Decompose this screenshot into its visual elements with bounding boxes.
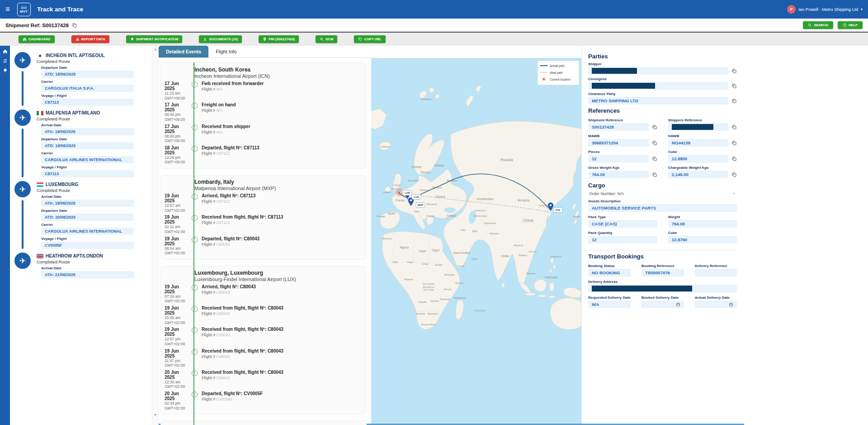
world-map[interactable]: SvalbardRussiaNorwaySwedenFinlandIceland…: [371, 58, 581, 425]
search-button[interactable]: SEARCH: [803, 21, 833, 29]
legend-actual-path: Actual path: [550, 64, 565, 68]
map-label-ireland: Ireland: [383, 191, 391, 194]
toolbar-button-dashboard[interactable]: DASHBOARD: [19, 35, 55, 43]
check-circle-icon: ✓: [192, 285, 198, 291]
map-label-iran: Iran: [472, 229, 477, 233]
timeline-line: [193, 62, 194, 425]
event-group-header: Incheon, South KoreaIncheon Internationa…: [194, 67, 362, 79]
toolbar-button-documents-10[interactable]: DOCUMENTS (10): [199, 35, 242, 43]
copy-icon[interactable]: [652, 124, 657, 130]
copy-icon[interactable]: [731, 172, 737, 177]
redacted-value: [592, 83, 655, 89]
map-label-oman: Oman: [471, 258, 477, 260]
event-date: 19 Jun 202511:47 pmGMT+02:00: [165, 349, 189, 368]
map-label-niger: Niger: [407, 261, 414, 263]
user-name: Ian Powell - Metro Shipping Ltd: [798, 7, 858, 12]
route-field-value: CARGOLUX ITALIA S.P.A.: [41, 85, 134, 92]
map-label-madagascar: Madagascar: [453, 296, 466, 299]
copy-icon[interactable]: [731, 140, 737, 146]
event-text: Received from flight, flight Nº: C80043F…: [200, 306, 362, 316]
event-text: Departed, flight Nº: C87113Flight # C871…: [200, 145, 362, 156]
map-chip-lux: LUX: [412, 195, 421, 200]
toolbar-button-copy-url[interactable]: COPY URL: [354, 35, 386, 43]
map-label-botswana: Botswana: [428, 312, 438, 315]
section-heading-parties: Parties: [588, 53, 737, 60]
scroll-up-icon[interactable]: ▲: [154, 48, 157, 51]
event-check: ✓: [189, 145, 200, 152]
chevron-up-icon[interactable]: [731, 191, 736, 196]
field-label: Actual Delivery Date: [695, 296, 737, 300]
flight-label: Flight #: [202, 108, 215, 113]
field-actual-delivery-date: Actual Delivery Date: [695, 293, 737, 308]
field-value: NI144139: [668, 139, 729, 147]
map-label-thailand: Thailand: [518, 254, 527, 257]
redacted-value: [592, 286, 692, 291]
route-segment-body: MALPENSA APT/MILANOCompleted RouteArriva…: [33, 110, 152, 177]
check-circle-icon: ✓: [192, 194, 198, 200]
field-value: 35685371204: [588, 139, 649, 147]
event-title: Departed, flight Nº: CV0005F: [202, 391, 362, 396]
help-icon: ?: [843, 23, 847, 27]
tab-flight-info[interactable]: Flight Info: [208, 46, 244, 57]
route-scrollbar[interactable]: ▲ ▼: [152, 46, 159, 425]
copy-icon[interactable]: [731, 83, 737, 89]
check-circle-icon: ✓: [192, 392, 198, 397]
calendar-icon[interactable]: [729, 302, 733, 307]
route-field-label: Carrier: [41, 223, 152, 227]
copy-icon[interactable]: [731, 68, 737, 74]
copy-icon[interactable]: [731, 124, 737, 130]
map-label-south-africa: South Africa: [421, 323, 436, 326]
field-label: Booking Reference: [642, 264, 684, 268]
toolbar-button-dcm[interactable]: DCM: [316, 35, 337, 43]
map-label-kazakhstan: Kazakhstan: [477, 197, 494, 201]
field-label: Shipper: [588, 62, 737, 66]
copy-icon[interactable]: [731, 156, 737, 162]
toolbar-button-label: PIN (S00137428): [269, 37, 295, 41]
tab-detailed-events[interactable]: Detailed Events: [159, 46, 208, 57]
calendar-icon[interactable]: [676, 302, 680, 307]
map-label-zambia: Zambia: [431, 300, 439, 302]
home-icon[interactable]: [3, 49, 8, 54]
event-title: Fwb received from forwarder: [202, 81, 362, 86]
map-label-philippines: Philippines: [551, 255, 562, 258]
copy-icon[interactable]: [652, 172, 657, 177]
field-label: Cube: [668, 231, 737, 235]
event-title: Arrived, flight Nº: C87113: [202, 193, 362, 198]
shipment-ref-bar: Shipment Ref: S00137428 SEARCH ?HELP: [0, 19, 868, 33]
sync-icon[interactable]: [3, 58, 8, 63]
route-segment-luxembourg: ✈LUXEMBOURGCompleted RouteArrival DateAT…: [13, 181, 152, 249]
toolbar-button-report-data[interactable]: REPORT DATA: [71, 35, 109, 43]
field-value: [588, 67, 728, 75]
search-icon: [808, 23, 812, 27]
route-connector: [22, 71, 24, 106]
route-field-label: Voyage / Flight: [41, 94, 152, 98]
route-status: Completed Route: [37, 259, 152, 264]
flight-label: Flight #: [202, 290, 215, 295]
copy-icon[interactable]: [731, 98, 737, 104]
help-button[interactable]: ?HELP: [838, 21, 863, 29]
route-field-value: ATA: 21/06/2025: [41, 271, 134, 278]
event-group-lombardy-italy: Lombardy, ItalyMalpensa International Ai…: [160, 175, 367, 260]
plane-icon: ✈: [14, 52, 31, 68]
map-label-united-kingdom: UnitedKingdom: [391, 184, 402, 190]
notifications-icon[interactable]: [3, 68, 8, 73]
field-goods-description: Goods DescriptionAUTOMOBILE SERVICE PART…: [588, 199, 737, 212]
event-title: Received from flight, flight Nº: C87113: [202, 215, 362, 220]
copy-icon[interactable]: [652, 156, 657, 162]
user-menu[interactable]: IP Ian Powell - Metro Shipping Ltd ▾: [787, 5, 863, 14]
copy-icon[interactable]: [72, 23, 77, 28]
flight-value: C87113: [217, 220, 230, 225]
toolbar-button-shipment-notification[interactable]: SHIPMENT NOTIFICATION: [126, 35, 183, 43]
route-field-value: ATD: 19/06/2025: [41, 142, 134, 149]
flight-value: C80043: [217, 354, 230, 359]
map-label-svalbard: Svalbard: [421, 98, 432, 100]
field-label: Gross Weight Kgs: [588, 166, 657, 170]
route-field-label: Departure Date: [41, 66, 152, 70]
hamburger-menu-icon[interactable]: ≡: [5, 5, 13, 13]
scroll-down-icon[interactable]: ▼: [154, 413, 157, 416]
toolbar-button-pin-s00137428[interactable]: PIN (S00137428): [259, 35, 299, 43]
copy-icon[interactable]: [652, 140, 657, 146]
field-value: 764.00: [588, 171, 649, 178]
field-hawb: HAWBNI144139: [668, 132, 737, 147]
map-panel: SvalbardRussiaNorwaySwedenFinlandIceland…: [371, 46, 581, 425]
